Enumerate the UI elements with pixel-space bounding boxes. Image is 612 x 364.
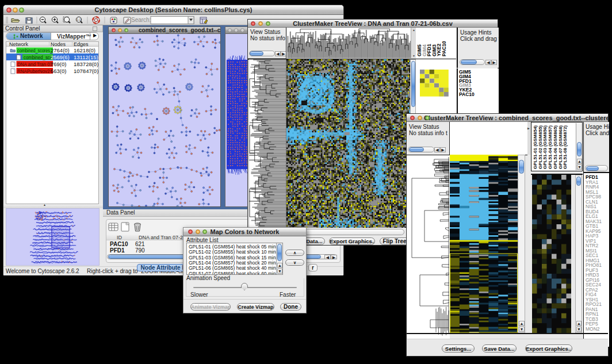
svg-text:769(0): 769(0) [51, 61, 66, 67]
svg-text:GPL51-08 (GSM872): GPL51-08 (GSM872) [563, 125, 568, 169]
svg-text:107847(0): 107847(0) [74, 68, 98, 74]
svg-text:1:1: 1:1 [77, 18, 81, 21]
svg-text:combined_scores_: combined_scores_ [17, 47, 53, 53]
svg-text:2569(6): 2569(6) [51, 54, 70, 60]
svg-text:RNAPuberNov2+: RNAPuberNov2+ [17, 68, 52, 74]
svg-text:GPL51-03 (GSM856): GPL51-03 (GSM856) [542, 125, 548, 169]
svg-text:GPL51-01 (GSM854): GPL51-01 (GSM854) [533, 125, 538, 169]
svg-text:MON2: MON2 [586, 326, 600, 332]
svg-text:16218(0): 16218(0) [74, 47, 95, 53]
svg-text:GPL51-07 (GSM868): GPL51-07 (GSM868) [558, 125, 563, 169]
svg-text:PAC10: PAC10 [459, 91, 475, 97]
svg-text:183728(0): 183728(0) [74, 61, 98, 67]
svg-text:GPL51-04 (GSM857): GPL51-04 (GSM857) [548, 125, 553, 169]
svg-text:DNA and Tran 07: DNA and Tran 07 [17, 61, 52, 67]
svg-text:563(0): 563(0) [51, 68, 66, 74]
svg-text:combined_sco: combined_sco [24, 54, 52, 60]
svg-text:13112(15): 13112(15) [74, 54, 98, 60]
svg-text:GPL51-06 (GSM865): GPL51-06 (GSM865) [553, 125, 558, 169]
svg-text:GPL51-02 (GSM855): GPL51-02 (GSM855) [538, 125, 543, 169]
svg-text:PAC10: PAC10 [441, 41, 447, 56]
svg-text:Search:: Search: [131, 17, 151, 23]
svg-text:2764(0): 2764(0) [51, 47, 70, 53]
